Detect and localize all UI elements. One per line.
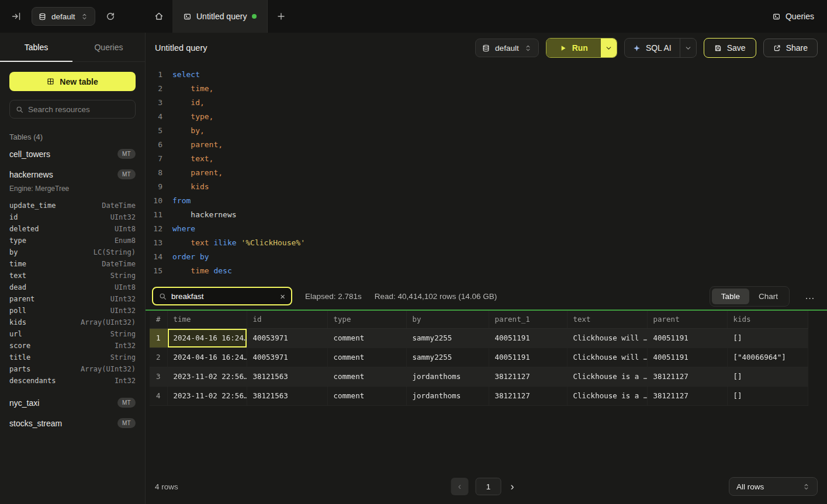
code-token [172,168,191,177]
code-token [172,182,191,191]
table-cell[interactable]: 38121127 [489,367,567,386]
page-size-select[interactable]: All rows [729,477,818,496]
table-grid-icon [47,78,54,85]
save-button[interactable]: Save [704,38,756,58]
tabstrip: Untitled query [146,0,295,33]
table-cell[interactable]: 38121563 [247,367,327,386]
table-cell[interactable]: Clickhouse is a … [567,386,647,405]
table-cell[interactable]: 2024-04-16 16:24… [167,347,247,367]
line-number: 1 [146,68,172,82]
table-cell[interactable]: jordanthoms [406,367,489,386]
table-name: nyc_taxi [9,398,39,408]
column-header-4[interactable]: by [406,311,489,328]
column-header-2[interactable]: id [247,311,327,328]
table-cell[interactable]: 2023-11-02 22:56… [167,386,247,405]
sidebar-search[interactable] [9,100,136,119]
next-page-button[interactable]: › [508,481,517,493]
table-row: 22024-04-16 16:24…40053971commentsammy22… [150,347,808,367]
topbar-database-selector[interactable]: default [32,7,95,26]
table-cell[interactable]: 38121127 [647,367,727,386]
table-cell[interactable]: [] [727,328,808,347]
sidebar-tab-queries[interactable]: Queries [72,33,145,61]
table-engine-badge: MT [117,398,136,408]
filter-results-input[interactable] [171,292,275,301]
sidebar-table-cell_towers[interactable]: cell_towersMT [0,144,145,164]
column-header-0[interactable]: # [150,311,167,328]
results-filter[interactable]: × [152,287,292,305]
run-button[interactable]: Run [546,39,601,57]
line-number: 12 [146,222,172,236]
collapse-sidebar-button[interactable] [8,8,25,25]
table-cell[interactable]: sammy2255 [406,328,489,347]
column-header-3[interactable]: type [327,311,406,328]
query-tab[interactable]: Untitled query [173,0,268,33]
search-resources-input[interactable] [28,105,132,114]
column-row: deadUInt8 [9,281,136,293]
table-cell[interactable]: comment [327,367,406,386]
editor-line: 6 parent, [146,138,827,152]
current-page-button[interactable]: 1 [476,478,501,495]
table-cell[interactable]: 38121127 [647,386,727,405]
sidebar-tab-tables[interactable]: Tables [0,33,72,61]
clear-filter-icon[interactable]: × [280,291,285,301]
table-cell[interactable]: comment [327,328,406,347]
code-text: order by [172,250,209,264]
sql-ai-button[interactable]: SQL AI [625,39,680,57]
table-cell[interactable]: 40051191 [489,328,567,347]
table-cell[interactable]: sammy2255 [406,347,489,367]
table-cell[interactable]: ["40066964"] [727,347,808,367]
column-header-7[interactable]: parent [647,311,727,328]
view-tab-table[interactable]: Table [712,289,749,304]
new-tab-button[interactable] [268,0,295,33]
code-token: id, [191,98,204,107]
queries-button[interactable]: Queries [773,12,814,21]
code-token: by, [191,126,204,135]
table-cell[interactable]: jordanthoms [406,386,489,405]
new-table-label: New table [60,77,98,86]
table-cell[interactable]: 40053971 [247,347,327,367]
code-text: time desc [172,264,232,278]
column-header-6[interactable]: text [567,311,647,328]
table-cell[interactable]: 38121563 [247,386,327,405]
prev-page-button[interactable]: ‹ [451,478,469,495]
line-number: 5 [146,124,172,138]
table-cell[interactable]: 2024-04-16 16:24… [167,328,247,347]
table-cell[interactable]: Clickhouse will … [567,347,647,367]
column-name: update_time [9,201,56,210]
sidebar-table-nyc_taxi[interactable]: nyc_taxiMT [0,392,145,413]
table-cell[interactable]: 40051191 [647,347,727,367]
sidebar-table-stocks_stream[interactable]: stocks_streamMT [0,413,145,433]
query-title: Untitled query [155,43,207,53]
table-cell[interactable]: comment [327,347,406,367]
view-tab-chart[interactable]: Chart [749,289,787,304]
table-cell[interactable]: [] [727,386,808,405]
home-tab[interactable] [146,0,173,33]
table-name: cell_towers [9,150,50,159]
table-cell[interactable]: 40051191 [647,328,727,347]
results-footer: 4 rows ‹ 1 › All rows [146,469,827,504]
column-header-1[interactable]: time [167,311,247,328]
sql-editor[interactable]: 1select2 time,3 id,4 type,5 by,6 parent,… [146,63,827,283]
column-header-5[interactable]: parent_1 [489,311,567,328]
line-number: 9 [146,180,172,194]
column-header-8[interactable]: kids [727,311,808,328]
sql-ai-caret[interactable] [680,39,696,57]
table-cell[interactable]: 40051191 [489,347,567,367]
column-name: type [9,237,26,245]
table-cell[interactable]: Clickhouse is a … [567,367,647,386]
refresh-button[interactable] [102,8,119,25]
search-icon [16,106,23,113]
run-options-caret[interactable] [601,39,617,57]
sidebar-table-hackernews[interactable]: hackernewsMT [0,164,145,185]
share-button[interactable]: Share [763,39,818,57]
table-cell[interactable]: 38121127 [489,386,567,405]
table-cell[interactable]: 40053971 [247,328,327,347]
table-engine-label: Engine: MergeTree [0,185,145,197]
more-options-button[interactable]: … [802,290,818,302]
table-cell[interactable]: Clickhouse will … [567,328,647,347]
new-table-button[interactable]: New table [9,72,136,91]
table-cell[interactable]: [] [727,367,808,386]
header-database-selector[interactable]: default [475,39,539,57]
table-cell[interactable]: comment [327,386,406,405]
table-cell[interactable]: 2023-11-02 22:56… [167,367,247,386]
